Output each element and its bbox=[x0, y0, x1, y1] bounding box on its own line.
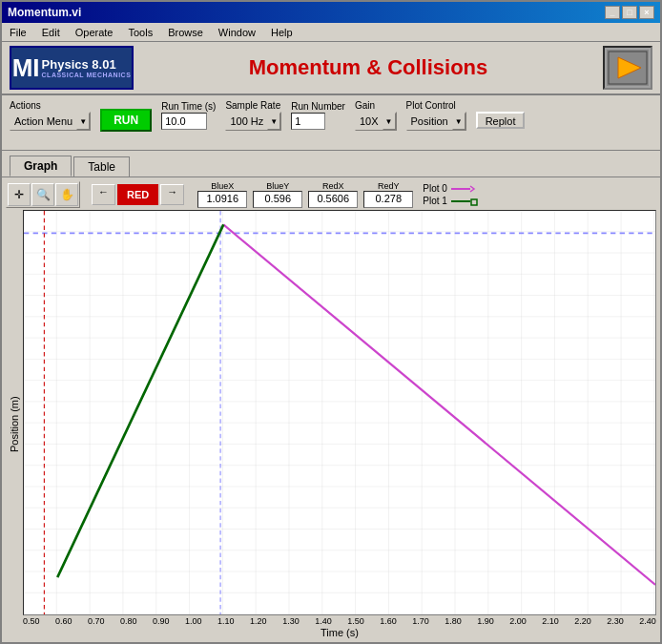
controls-row-1: Actions Action Menu ▼ RUN Run Time (s) S… bbox=[10, 99, 652, 132]
plot-control-arrow[interactable]: ▼ bbox=[452, 113, 465, 130]
legend-plot1: Plot 1 bbox=[423, 196, 478, 206]
cursor-red-label: RED bbox=[117, 184, 158, 205]
run-time-input[interactable] bbox=[161, 113, 207, 130]
cursor-right-button[interactable]: → bbox=[160, 184, 184, 205]
plot-control-label: Plot Control bbox=[406, 100, 456, 111]
x-axis-labels: 0.50 0.60 0.70 0.80 0.90 1.00 1.10 1.20 … bbox=[23, 615, 656, 626]
run-number-label: Run Number bbox=[291, 101, 345, 112]
run-time-group: Run Time (s) bbox=[161, 101, 216, 130]
menu-tools[interactable]: Tools bbox=[124, 27, 156, 38]
sample-rate-arrow[interactable]: ▼ bbox=[267, 113, 280, 130]
graph-section: ✛ 🔍 ✋ ← RED → BlueX 1.0916 BlueY 0.596 bbox=[2, 177, 660, 642]
blue-x-value: 1.0916 bbox=[197, 191, 247, 208]
replot-button[interactable]: Replot bbox=[476, 112, 526, 129]
window-title: Momentum.vi bbox=[8, 6, 81, 19]
menu-file[interactable]: File bbox=[6, 27, 31, 38]
cursor-nav: ← RED → bbox=[92, 184, 184, 205]
blue-y-value: 0.596 bbox=[253, 191, 302, 208]
y-axis-label: Position (m) bbox=[6, 210, 23, 638]
graph-container: Position (m) bbox=[6, 210, 656, 638]
run-time-label: Run Time (s) bbox=[161, 101, 216, 112]
tab-graph[interactable]: Graph bbox=[10, 156, 72, 177]
blue-x-label: BlueX bbox=[211, 181, 234, 191]
app-title: Momentum & Collisions bbox=[134, 55, 603, 80]
legend-plot0: Plot 0 bbox=[423, 183, 478, 194]
red-y-label: RedY bbox=[378, 181, 400, 191]
plot-control-value[interactable]: Position bbox=[407, 115, 452, 127]
gain-value[interactable]: 10X bbox=[356, 115, 383, 127]
title-bar-buttons: _ □ × bbox=[605, 6, 654, 19]
menu-browse[interactable]: Browse bbox=[164, 27, 207, 38]
red-y-group: RedY 0.278 bbox=[363, 181, 413, 208]
graph-inner: 0.620 0.600 0.580 0.560 0.540 0.520 bbox=[23, 210, 656, 638]
sample-rate-group: Sample Rate 100 Hz ▼ bbox=[225, 100, 281, 131]
logo-physics: Physics 8.01 bbox=[42, 57, 132, 72]
header-section: MI Physics 8.01 CLASSICAL MECHANICS Mome… bbox=[2, 42, 660, 95]
tabs-section: Graph Table bbox=[2, 151, 660, 177]
menu-window[interactable]: Window bbox=[215, 27, 259, 38]
title-bar: Momentum.vi _ □ × bbox=[2, 2, 660, 23]
menu-help[interactable]: Help bbox=[267, 27, 297, 38]
svg-rect-5 bbox=[471, 199, 477, 205]
graph-canvas[interactable]: 0.620 0.600 0.580 0.560 0.540 0.520 bbox=[23, 210, 656, 615]
red-x-group: RedX 0.5606 bbox=[308, 181, 358, 208]
legend-plot0-line bbox=[451, 184, 478, 194]
actions-group: Actions Action Menu ▼ bbox=[10, 100, 91, 131]
menu-edit[interactable]: Edit bbox=[38, 27, 64, 38]
x-axis-label: Time (s) bbox=[23, 627, 656, 638]
run-button[interactable]: RUN bbox=[100, 109, 152, 132]
gain-label: Gain bbox=[355, 100, 375, 111]
cursor-left-button[interactable]: ← bbox=[92, 184, 115, 205]
sample-rate-value[interactable]: 100 Hz bbox=[226, 115, 267, 127]
action-menu-value[interactable]: Action Menu bbox=[10, 115, 76, 127]
tab-table[interactable]: Table bbox=[73, 156, 130, 177]
crosshair-tool[interactable]: ✛ bbox=[8, 183, 31, 206]
gain-arrow[interactable]: ▼ bbox=[383, 113, 396, 130]
red-x-label: RedX bbox=[322, 181, 344, 191]
controls-section: Actions Action Menu ▼ RUN Run Time (s) S… bbox=[2, 95, 660, 151]
minimize-button[interactable]: _ bbox=[605, 6, 620, 19]
logo-icon bbox=[603, 46, 652, 90]
red-x-value: 0.5606 bbox=[308, 191, 358, 208]
svg-rect-10 bbox=[24, 211, 655, 614]
maximize-button[interactable]: □ bbox=[622, 6, 637, 19]
graph-svg: 0.620 0.600 0.580 0.560 0.540 0.520 bbox=[24, 211, 655, 614]
legend-plot1-line bbox=[451, 197, 478, 206]
coord-display: BlueX 1.0916 BlueY 0.596 RedX 0.5606 Red… bbox=[197, 181, 413, 208]
logo: MI Physics 8.01 CLASSICAL MECHANICS bbox=[10, 46, 134, 90]
plot-legend: Plot 0 Plot 1 bbox=[423, 183, 478, 206]
main-window: Momentum.vi _ □ × File Edit Operate Tool… bbox=[0, 0, 662, 644]
logo-sub: CLASSICAL MECHANICS bbox=[42, 72, 132, 78]
zoom-tool[interactable]: 🔍 bbox=[31, 183, 54, 206]
menu-operate[interactable]: Operate bbox=[72, 27, 117, 38]
actions-label: Actions bbox=[10, 100, 41, 111]
blue-y-label: BlueY bbox=[266, 181, 289, 191]
logo-mi: MI bbox=[12, 55, 40, 80]
plot-control-group: Plot Control Position ▼ bbox=[406, 100, 466, 131]
legend-plot0-label: Plot 0 bbox=[423, 183, 447, 194]
pan-tool[interactable]: ✋ bbox=[55, 183, 78, 206]
menu-bar: File Edit Operate Tools Browse Window He… bbox=[2, 23, 660, 42]
graph-toolbar: ✛ 🔍 ✋ ← RED → BlueX 1.0916 BlueY 0.596 bbox=[6, 181, 656, 208]
blue-y-group: BlueY 0.596 bbox=[253, 181, 302, 208]
sample-rate-label: Sample Rate bbox=[225, 100, 280, 111]
run-number-group: Run Number bbox=[291, 101, 345, 130]
run-number-input[interactable] bbox=[291, 113, 325, 130]
legend-plot1-label: Plot 1 bbox=[423, 196, 447, 206]
gain-group: Gain 10X ▼ bbox=[355, 100, 397, 131]
blue-x-group: BlueX 1.0916 bbox=[197, 181, 247, 208]
close-button[interactable]: × bbox=[639, 6, 654, 19]
action-menu-arrow[interactable]: ▼ bbox=[76, 113, 90, 130]
red-y-value: 0.278 bbox=[363, 191, 413, 208]
